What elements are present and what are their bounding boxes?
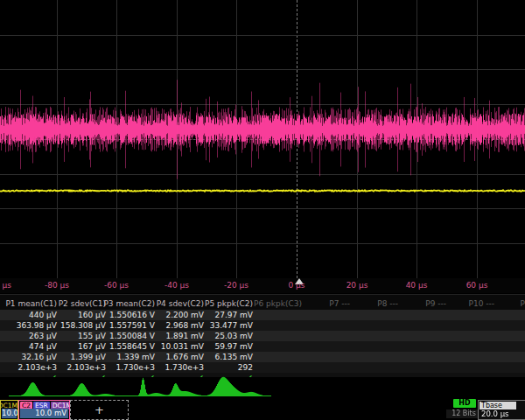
add-trace-button[interactable]: + [70,400,129,420]
measure-value: 1.730e+3 [150,362,204,373]
measure-value: 363.98 µV [3,320,57,331]
table-row: 2.103e+32.103e+31.730e+31.730e+3292 [0,362,525,373]
measure-value: 25.03 mV [199,331,253,341]
table-row: 474 µV167 µV1.558645 V10.031 mV59.97 mV [0,341,525,352]
measure-value: 33.477 mV [199,320,253,331]
table-row: 440 µV160 µV1.550616 V2.200 mV27.97 mV [0,310,525,320]
measure-value: 10.031 mV [150,341,204,352]
measure-value: 263 µV [3,331,57,341]
time-axis-label: -60 µs [104,281,129,290]
measure-value: 292 [199,362,253,373]
measure-value: 1.550616 V [101,310,155,320]
measure-value: 1.558645 V [101,341,155,352]
channel-c1-descriptor[interactable]: DC1M 10.0 mV [0,400,18,420]
measure-header-dim[interactable]: P7 --- [296,298,350,309]
time-axis-label: 40 µs [406,281,428,290]
measure-value: 474 µV [3,341,57,352]
time-axis-label: -40 µs [164,281,189,290]
timebase-value: 20.0 µs [481,410,508,418]
time-axis-label: -80 µs [45,281,69,290]
measure-value: 27.97 mV [199,310,253,320]
channel-c2-descriptor[interactable]: C2 ESR DC1M 10.0 mV [18,400,70,420]
measure-header[interactable]: P5 pkpk(C2) [199,298,253,309]
measure-value: 6.135 mV [199,352,253,362]
measure-value: 167 µV [52,341,106,352]
time-axis: -100 µs-80 µs-60 µs-40 µs-20 µs0 µs20 µs… [0,278,525,293]
measure-header[interactable]: P3 mean(C2) [101,298,155,309]
time-axis-label: 0 µs [288,281,304,290]
table-row: 363.98 µV158.308 µV1.557591 V2.968 mV33.… [0,320,525,331]
measure-value: 1.730e+3 [101,362,155,373]
measure-value: 32.16 µV [3,352,57,362]
hd-bits-label: 12 Bits [446,410,481,418]
table-row: 32.16 µV1.399 µV1.339 mV1.676 mV6.135 mV [0,352,525,362]
signal-traces [0,0,525,278]
table-row: 263 µV155 µV1.550084 V1.891 mV25.03 mV [0,331,525,341]
time-axis-label: 20 µs [346,281,368,290]
measure-value: 155 µV [52,331,106,341]
measure-value: 2.103e+3 [3,362,57,373]
measure-value: 440 µV [3,310,57,320]
measure-header[interactable]: P2 sdev(C1) [52,298,106,309]
measure-header-dim[interactable]: P6 pkpk(C3) [248,298,302,309]
measure-value: 2.968 mV [150,320,204,331]
measure-value: 2.103e+3 [52,362,106,373]
c1-scale-value: 10.0 mV [2,409,17,418]
hd-mode-badge[interactable]: HD [453,399,476,408]
measure-value: 1.339 mV [101,352,155,362]
measure-header[interactable]: P1 mean(C1) [3,298,57,309]
c2-scale-value: 10.0 mV [20,409,68,418]
measure-value: 1.557591 V [101,320,155,331]
waveform-grid[interactable] [0,0,525,278]
timebase-label: Tbase [480,402,516,410]
measure-value: 1.676 mV [150,352,204,362]
measure-value: 160 µV [52,310,106,320]
measure-header-dim[interactable]: P [471,298,525,309]
measure-header-dim[interactable]: P9 --- [392,298,446,309]
measure-value: 1.550084 V [101,331,155,341]
time-axis-label: 60 µs [466,281,488,290]
measure-value: 1.891 mV [150,331,204,341]
measure-value: 2.200 mV [150,310,204,320]
time-axis-label: -20 µs [224,281,248,290]
histogram-trace [0,376,525,400]
measure-header[interactable]: P4 sdev(C2) [150,298,204,309]
measure-value: 59.97 mV [199,341,253,352]
measure-value: 158.308 µV [52,320,106,331]
timebase-descriptor[interactable]: Tbase 20.0 µs [478,400,525,420]
table-row: P1 mean(C1)P2 sdev(C1)P3 mean(C2)P4 sdev… [0,298,525,309]
measurement-table: P1 mean(C1)P2 sdev(C1)P3 mean(C2)P4 sdev… [0,294,525,377]
measure-value: 1.399 µV [52,352,106,362]
time-axis-label: -100 µs [0,281,11,290]
measure-header-dim[interactable]: P8 --- [344,298,398,309]
